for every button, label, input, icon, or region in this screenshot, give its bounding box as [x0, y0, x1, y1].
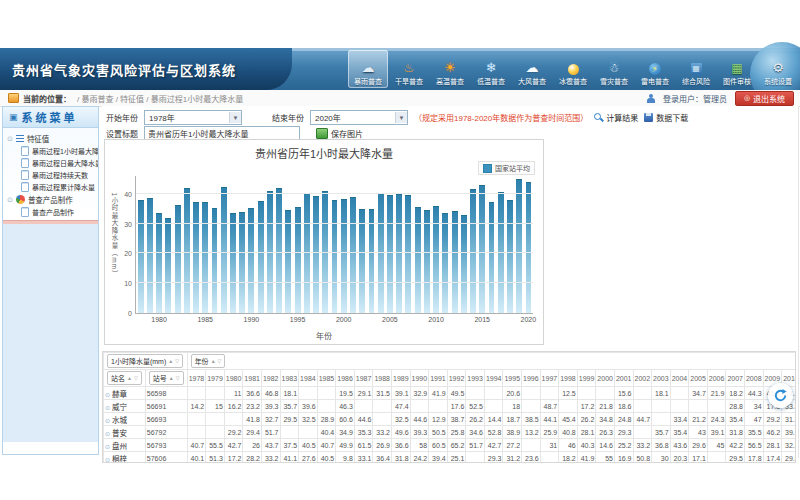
year-sort-box[interactable]: 年份▲▽ [191, 354, 226, 368]
year-column-header[interactable]: 1989 [391, 370, 410, 387]
year-column-header[interactable]: 2004 [670, 370, 689, 387]
station-name-cell[interactable]: ⊙威宁 [104, 400, 146, 413]
station-expand-icon[interactable]: ⊙ [105, 457, 110, 463]
year-column-header[interactable]: 2001 [614, 370, 633, 387]
rainfall-value-cell: 36.6 [243, 387, 262, 400]
tree-toggle-icon[interactable]: ⊙ [7, 196, 13, 204]
sidebar-item-1-0[interactable]: 普查产品制作 [7, 206, 96, 218]
sidebar-group-1[interactable]: ⊙普查产品制作 [7, 193, 96, 206]
sidebar-item-0-2[interactable]: 暴雨过程持续天数 [7, 169, 96, 181]
start-year-select[interactable]: 1978年 ▼ [144, 110, 242, 125]
station-name-cell[interactable]: ⊙普安 [104, 426, 146, 439]
year-column-header[interactable]: 1995 [503, 370, 522, 387]
year-column-header[interactable]: 1988 [373, 370, 392, 387]
sort-asc-icon[interactable]: ▲ [169, 376, 174, 381]
sort-desc-icon[interactable]: ▽ [176, 376, 180, 381]
station-name-cell[interactable]: ⊙桐梓 [104, 452, 146, 464]
logout-button[interactable]: ◎ 退出系统 [735, 91, 794, 106]
bar-slot [468, 176, 477, 313]
sidebar-group-0[interactable]: ⊙特征值 [7, 132, 96, 145]
sort-desc-icon[interactable]: ▽ [218, 359, 222, 364]
year-column-header[interactable]: 1982 [261, 370, 280, 387]
end-year-select[interactable]: 2020年 ▼ [310, 110, 408, 125]
station-expand-icon[interactable]: ⊙ [105, 444, 110, 450]
toolbar-item-gear[interactable]: ⚙系统设置 [758, 50, 798, 88]
year-column-header[interactable]: 1997 [540, 370, 559, 387]
year-column-header[interactable]: 2005 [689, 370, 708, 387]
year-column-header[interactable]: 1992 [447, 370, 466, 387]
toolbar-item-hail[interactable]: 冰雹普查 [553, 50, 593, 88]
sidebar-item-0-1[interactable]: 暴雨过程日最大降水量 [7, 157, 96, 169]
rainfall-value-cell: 55 [596, 452, 615, 464]
station-name-cell[interactable]: ⊙赫章 [104, 387, 146, 400]
station-expand-icon[interactable]: ⊙ [105, 431, 110, 437]
toolbar-item-snow-thermometer[interactable]: ❄低温普查 [471, 50, 511, 88]
year-column-header[interactable]: 1984 [299, 370, 318, 387]
value-header-box[interactable]: 1小时降水量(mm)▲▽ [107, 354, 183, 368]
x-tick-label: 2000 [336, 316, 352, 323]
year-column-header[interactable]: 1994 [484, 370, 503, 387]
rainfall-value-cell: 18.1 [280, 387, 299, 400]
rainfall-value-cell: 46.3 [336, 400, 355, 413]
station-expand-icon[interactable]: ⊙ [105, 392, 110, 398]
calculate-button[interactable]: 计算结果 [594, 112, 638, 123]
chart-title-input[interactable] [144, 126, 300, 140]
year-column-header[interactable]: 2000 [596, 370, 615, 387]
rainfall-value-cell: 38.7 [447, 413, 466, 426]
station-name-cell[interactable]: ⊙盘州 [104, 439, 146, 452]
tree-toggle-icon[interactable]: ⊙ [7, 135, 13, 143]
sort-desc-icon[interactable]: ▽ [175, 359, 179, 364]
toolbar-item-lightning[interactable]: ⚡雷电普查 [635, 50, 675, 88]
breadcrumb[interactable]: / 暴雨普查 / 特征值 / 暴雨过程1小时最大降水量 [77, 93, 243, 104]
year-column-header[interactable]: 1999 [577, 370, 596, 387]
year-column-header[interactable]: 1979 [206, 370, 225, 387]
x-tick-label: 2015 [474, 316, 490, 323]
rainfall-value-cell [670, 387, 689, 400]
year-column-header[interactable]: 2002 [633, 370, 652, 387]
toolbar-item-wind-cloud[interactable]: ☁大风普查 [512, 50, 552, 88]
year-column-header[interactable]: 2008 [744, 370, 763, 387]
station-id-sort-box[interactable]: 站号▲▽ [149, 371, 184, 385]
station-expand-icon[interactable]: ⊙ [105, 405, 110, 411]
year-column-header[interactable]: 1998 [559, 370, 578, 387]
year-column-header[interactable]: 2006 [707, 370, 726, 387]
toolbar-item-map-check[interactable]: ▦图件审核 [717, 50, 757, 88]
sort-desc-icon[interactable]: ▽ [134, 376, 138, 381]
toolbar-item-sun[interactable]: ☀高温普查 [430, 50, 470, 88]
rainfall-value-cell: 32.7 [261, 413, 280, 426]
station-expand-icon[interactable]: ⊙ [105, 418, 110, 424]
station-name-sort-box[interactable]: 站名▲▽ [107, 371, 142, 385]
sidebar-item-0-3[interactable]: 暴雨过程累计降水量 [7, 181, 96, 193]
year-column-header[interactable]: 1985 [317, 370, 336, 387]
year-column-header[interactable]: 1987 [354, 370, 373, 387]
sidebar-item-0-0[interactable]: 暴雨过程1小时最大降水量 [7, 145, 96, 157]
year-column-header[interactable]: 1996 [522, 370, 541, 387]
chart-legend[interactable]: 国家站平均 [478, 161, 535, 175]
toolbar-item-label: 高温普查 [436, 76, 464, 86]
year-column-header[interactable]: 1991 [429, 370, 448, 387]
rainfall-value-cell: 39.1 [391, 387, 410, 400]
sort-asc-icon[interactable]: ▲ [168, 359, 173, 364]
sort-asc-icon[interactable]: ▲ [211, 359, 216, 364]
toolbar-item-heat-waves[interactable]: ♨干旱普查 [389, 50, 429, 88]
refresh-float-button[interactable] [768, 383, 793, 408]
bar-1981 [165, 218, 171, 313]
year-column-header[interactable]: 1983 [280, 370, 299, 387]
year-column-header[interactable]: 1981 [243, 370, 262, 387]
station-name-cell[interactable]: ⊙水城 [104, 413, 146, 426]
year-column-header[interactable]: 1993 [466, 370, 485, 387]
year-column-header[interactable]: 1986 [336, 370, 355, 387]
rainfall-value-cell: 24.3 [707, 413, 726, 426]
toolbar-item-snow-cloud[interactable]: ☃雪灾普查 [594, 50, 634, 88]
year-column-header[interactable]: 1980 [224, 370, 243, 387]
download-button[interactable]: 数据下载 [644, 112, 688, 123]
sort-asc-icon[interactable]: ▲ [127, 376, 132, 381]
toolbar-item-rain-cloud[interactable]: ☁暴雨普查 [348, 50, 388, 88]
year-column-header[interactable]: 1990 [410, 370, 429, 387]
year-column-header[interactable]: 1978 [187, 370, 206, 387]
year-column-header[interactable]: 2003 [652, 370, 671, 387]
toolbar-item-calculator[interactable]: ▦综合风险 [676, 50, 716, 88]
year-column-header[interactable]: 2007 [726, 370, 745, 387]
rainfall-value-cell: 35.3 [354, 426, 373, 439]
save-image-button[interactable]: 保存图片 [316, 128, 363, 139]
